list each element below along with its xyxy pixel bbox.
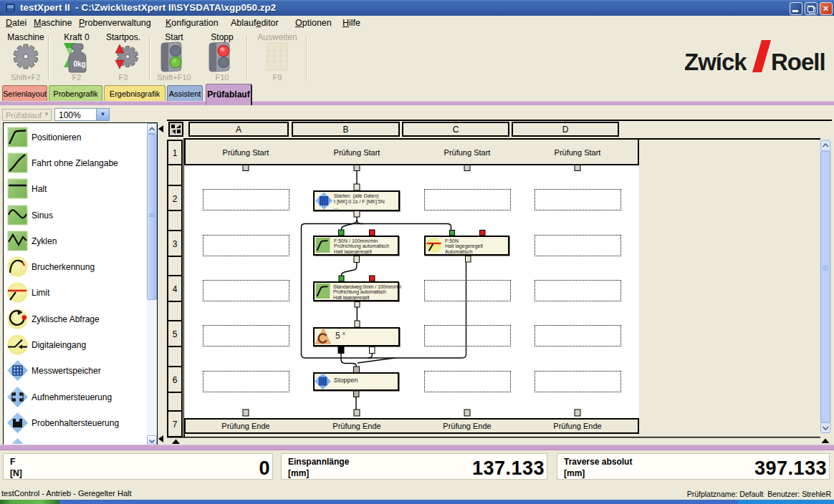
svg-text:Roell: Roell: [771, 49, 825, 75]
svg-text:0kg: 0kg: [73, 60, 85, 68]
svg-text:Zwíck: Zwíck: [684, 49, 747, 75]
